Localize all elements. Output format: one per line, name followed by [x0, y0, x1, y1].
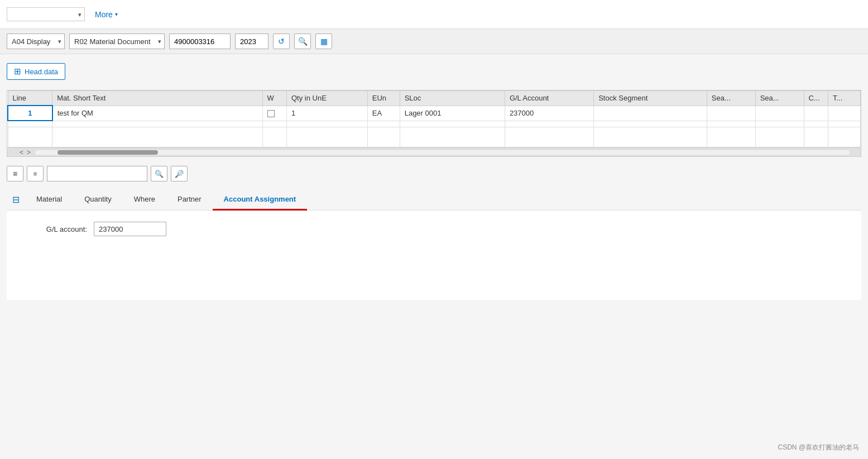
tabs-header: ⊟ Material Quantity Where Partner Accoun…: [7, 189, 861, 211]
table-row-empty-1: [8, 121, 861, 127]
align-left-icon: ≡: [13, 169, 17, 178]
doc-number-input[interactable]: [169, 34, 231, 49]
refresh-button[interactable]: ↺: [273, 34, 290, 49]
cell-empty-w2: [262, 127, 286, 147]
cell-gl: 237000: [505, 106, 593, 121]
top-dropdown[interactable]: [7, 7, 85, 21]
gl-account-input[interactable]: [94, 222, 166, 236]
data-table: Line Mat. Short Text W Qty in UnE EUn SL…: [7, 90, 861, 147]
tab-where[interactable]: Where: [123, 189, 166, 211]
tabs-section-icon: ⊟: [7, 190, 25, 209]
cell-empty-sloc1: [400, 121, 505, 127]
align-center-button[interactable]: ≡: [27, 166, 44, 181]
row-checkbox[interactable]: [267, 110, 275, 117]
variant-select-wrap: A04 Display: [7, 34, 65, 49]
cell-eu: EA: [367, 106, 400, 121]
tab-material[interactable]: Material: [25, 189, 73, 211]
more-button[interactable]: More ▾: [90, 8, 122, 21]
cell-mat: test for QM: [52, 106, 262, 121]
cell-empty-t1: [828, 121, 860, 127]
cell-empty-qty1: [286, 121, 367, 127]
col-header-sloc: SLoc: [400, 91, 505, 106]
col-header-qty: Qty in UnE: [286, 91, 367, 106]
cell-empty-line2: [8, 127, 52, 147]
col-header-t: T...: [828, 91, 860, 106]
scroll-right-arrow[interactable]: >: [26, 149, 32, 156]
cell-stock: [594, 106, 707, 121]
table-body: 1 test for QM 1 EA Lager 0001 237000: [8, 106, 861, 147]
cell-empty-w1: [262, 121, 286, 127]
cell-empty-qty2: [286, 127, 367, 147]
head-data-label: Head.data: [25, 68, 58, 76]
cell-empty-line1: [8, 121, 52, 127]
search-plus-button[interactable]: 🔎: [171, 166, 188, 181]
table-search-button[interactable]: 🔍: [151, 166, 167, 181]
col-header-gl: G/L Account: [505, 91, 593, 106]
gl-account-row: G/L account:: [20, 222, 848, 236]
col-header-c: C...: [804, 91, 828, 106]
cell-empty-c1: [804, 121, 828, 127]
cell-empty-t2: [828, 127, 860, 147]
cell-empty-sea2-1: [755, 121, 804, 127]
col-header-stock: Stock Segment: [594, 91, 707, 106]
cell-empty-gl1: [505, 121, 593, 127]
main-content: ⊞ Head.data Line Mat. Short Text W Qty i…: [0, 54, 868, 309]
calendar-icon: ▦: [320, 37, 328, 46]
tab-partner[interactable]: Partner: [166, 189, 213, 211]
cell-sea1: [707, 106, 755, 121]
col-header-sea1: Sea...: [707, 91, 755, 106]
cell-w: [262, 106, 286, 121]
top-bar: More ▾: [0, 0, 868, 29]
cell-c: [804, 106, 828, 121]
table-header: Line Mat. Short Text W Qty in UnE EUn SL…: [8, 91, 861, 106]
search-icon: 🔍: [298, 37, 308, 46]
table-section: Line Mat. Short Text W Qty in UnE EUn SL…: [7, 90, 861, 157]
cell-empty-sea1-2: [707, 127, 755, 147]
bottom-toolbar: ≡ ≡ 🔍 🔎: [7, 162, 861, 185]
gl-account-label: G/L account:: [20, 225, 87, 233]
calendar-button[interactable]: ▦: [315, 34, 332, 49]
col-header-sea2: Sea...: [755, 91, 804, 106]
cell-empty-mat1: [52, 121, 262, 127]
more-chevron-icon: ▾: [115, 11, 118, 17]
col-header-eu: EUn: [367, 91, 400, 106]
tab-account-assignment[interactable]: Account Assignment: [213, 189, 308, 211]
doc-type-select[interactable]: R02 Material Document: [69, 34, 165, 49]
head-data-icon: ⊞: [14, 66, 21, 76]
refresh-icon: ↺: [278, 37, 285, 46]
scroll-nav: < >: [18, 149, 32, 156]
cell-sea2: [755, 106, 804, 121]
variant-select[interactable]: A04 Display: [7, 34, 65, 49]
search-input[interactable]: [47, 166, 147, 181]
doc-type-select-wrap: R02 Material Document: [69, 34, 165, 49]
cell-t: [828, 106, 860, 121]
search-plus-icon: 🔎: [175, 170, 184, 178]
search-button[interactable]: 🔍: [294, 34, 311, 49]
more-label: More: [95, 10, 113, 19]
table-row-empty-2: [8, 127, 861, 147]
align-center-icon: ≡: [33, 170, 37, 177]
cell-sloc: Lager 0001: [400, 106, 505, 121]
scroll-left-arrow[interactable]: <: [18, 149, 25, 156]
cell-empty-gl2: [505, 127, 593, 147]
table-row[interactable]: 1 test for QM 1 EA Lager 0001 237000: [8, 106, 861, 121]
tab-quantity[interactable]: Quantity: [73, 189, 122, 211]
horizontal-scrollbar[interactable]: < >: [7, 147, 861, 156]
scroll-track[interactable]: [35, 150, 850, 155]
align-left-button[interactable]: ≡: [7, 166, 23, 181]
year-input[interactable]: [235, 34, 268, 49]
tabs-section: ⊟ Material Quantity Where Partner Accoun…: [7, 189, 861, 300]
head-data-button[interactable]: ⊞ Head.data: [7, 63, 65, 80]
cell-empty-c2: [804, 127, 828, 147]
cell-empty-sloc2: [400, 127, 505, 147]
cell-qty: 1: [286, 106, 367, 121]
col-header-w: W: [262, 91, 286, 106]
cell-empty-sea2-2: [755, 127, 804, 147]
top-dropdown-wrap: [7, 7, 85, 21]
toolbar-row: A04 Display R02 Material Document ↺ 🔍 ▦: [0, 29, 868, 54]
cell-empty-eu2: [367, 127, 400, 147]
cell-empty-sea1-1: [707, 121, 755, 127]
scroll-thumb[interactable]: [57, 150, 158, 155]
cell-empty-stock1: [594, 121, 707, 127]
cell-empty-stock2: [594, 127, 707, 147]
